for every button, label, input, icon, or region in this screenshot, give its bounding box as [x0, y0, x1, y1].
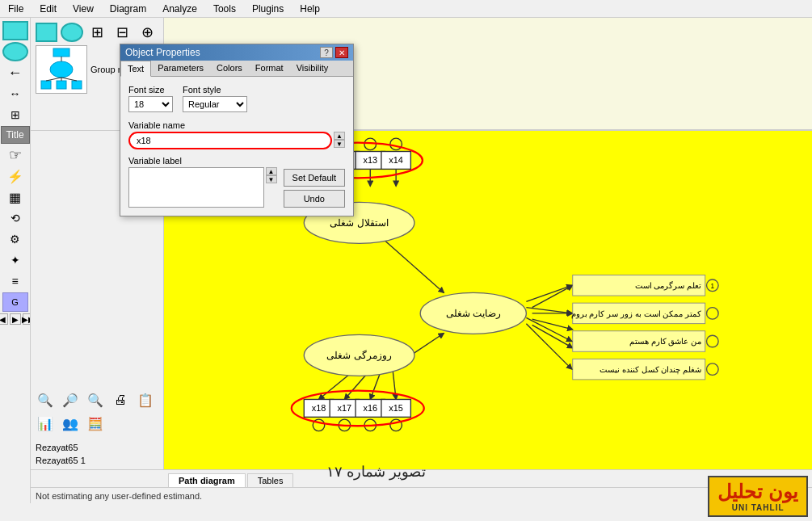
svg-text:شغلم چندان کسل کننده نیست: شغلم چندان کسل کننده نیست — [600, 365, 701, 375]
dialog-tab-text[interactable]: Text — [120, 61, 151, 77]
menu-tools[interactable]: Tools — [210, 2, 239, 16]
dialog-tab-visibility[interactable]: Visibility — [290, 61, 335, 76]
svg-text:x14: x14 — [389, 155, 403, 165]
font-style-select[interactable]: Regular Bold Italic — [183, 96, 247, 112]
svg-rect-0 — [53, 48, 69, 57]
object-properties-dialog: Object Properties ? ✕ Text Parameters Co… — [120, 44, 354, 216]
logo: یون تحلیل UNI TAHLIL — [708, 476, 808, 517]
variable-label-input[interactable] — [128, 167, 264, 208]
variable-name-group: Variable name ▲ ▼ — [128, 120, 345, 149]
font-size-label: Font size — [128, 85, 173, 95]
tool-calc-btn[interactable]: 🧮 — [84, 413, 107, 434]
toolbar-arrow-btn[interactable]: ← — [2, 63, 28, 82]
toolbar-settings-btn[interactable]: ⚙ — [2, 229, 28, 249]
toolbar-double-arrow-btn[interactable]: ↔ — [2, 84, 28, 103]
set-default-btn[interactable]: Set Default — [284, 169, 345, 187]
dialog-close-btn[interactable]: ✕ — [335, 47, 348, 58]
tool-zoom-out-btn[interactable]: 🔍 — [84, 389, 107, 410]
dialog-tab-format[interactable]: Format — [249, 61, 290, 76]
draw-ellipse-btn[interactable] — [61, 23, 82, 42]
dialog-titlebar-btns: ? ✕ — [320, 47, 348, 58]
logo-sub-text: UNI TAHLIL — [732, 503, 785, 512]
svg-text:استقلال شغلی: استقلال شغلی — [330, 217, 388, 229]
menu-edit[interactable]: Edit — [36, 2, 60, 16]
svg-point-64 — [707, 335, 719, 347]
toolbar-graph-btn[interactable]: G — [2, 292, 28, 312]
dialog-tabs: Text Parameters Colors Format Visibility — [120, 61, 353, 77]
svg-text:x15: x15 — [389, 403, 403, 413]
variable-label-scroll-up[interactable]: ▲ — [266, 167, 277, 175]
menu-analyze[interactable]: Analyze — [159, 2, 200, 16]
title-btn[interactable]: Title — [1, 126, 30, 144]
toolbar-plug-btn[interactable]: ⚡ — [2, 166, 28, 186]
tool-stats-btn[interactable]: 📊 — [34, 413, 57, 434]
variable-name-input[interactable] — [128, 132, 332, 149]
logo-main-text: یون تحلیل — [717, 481, 798, 503]
toolbar-ellipse-btn[interactable] — [2, 42, 28, 61]
list-item-1[interactable]: Rezayat65 — [34, 442, 160, 453]
font-style-group: Font style Regular Bold Italic — [183, 85, 247, 112]
dialog-titlebar: Object Properties ? ✕ — [120, 44, 353, 61]
svg-line-70 — [526, 317, 571, 341]
tool-zoom-in-btn[interactable]: 🔎 — [59, 389, 82, 410]
svg-line-71 — [526, 324, 571, 369]
toolbar-star-btn[interactable]: ✦ — [2, 250, 28, 270]
tool-print-btn[interactable]: 🖨 — [109, 389, 132, 410]
svg-text:روزمرگی شغلی: روزمرگی شغلی — [326, 350, 391, 361]
toolbar-play-btn[interactable]: ▶ — [10, 313, 21, 325]
toolbar-next-btn[interactable]: ▶▶ — [23, 313, 32, 325]
menu-plugins[interactable]: Plugins — [249, 2, 287, 16]
tool-network-icon[interactable]: ⊞ — [86, 23, 108, 42]
status-bar: Not estimating any user-defined estimand… — [31, 487, 812, 503]
font-size-select[interactable]: 18 12 14 16 20 — [128, 96, 173, 112]
tool-copy-btn[interactable]: 📋 — [134, 389, 157, 410]
svg-point-1 — [50, 61, 73, 78]
dialog-tab-colors[interactable]: Colors — [210, 61, 249, 76]
toolbar-grid-btn[interactable]: ▦ — [2, 187, 28, 207]
dialog-title: Object Properties — [125, 47, 200, 58]
svg-line-13 — [381, 237, 444, 292]
menu-diagram[interactable]: Diagram — [107, 2, 149, 16]
toolbar-covariance-btn[interactable]: ⟲ — [2, 208, 28, 228]
svg-point-25 — [364, 138, 377, 150]
toolbar-hand-btn[interactable]: ☞ — [2, 145, 28, 165]
variable-name-scroll-down[interactable]: ▼ — [334, 140, 345, 148]
dialog-action-btns: Set Default Undo — [284, 169, 345, 208]
variable-label-label: Variable label — [128, 156, 277, 166]
svg-text:تعلم سرگرمی است: تعلم سرگرمی است — [635, 281, 702, 291]
variable-label-scroll-down[interactable]: ▼ — [266, 175, 277, 183]
list-item-2[interactable]: Rezayat65 1 — [34, 455, 160, 466]
dialog-body: Font size 18 12 14 16 20 Font style — [120, 77, 353, 216]
svg-line-6 — [46, 78, 61, 81]
undo-btn[interactable]: Undo — [284, 190, 345, 208]
tool-search-btn[interactable]: 🔍 — [34, 389, 57, 410]
toolbar-list-btn[interactable]: ≡ — [2, 271, 28, 291]
tab-tables[interactable]: Tables — [247, 473, 294, 487]
tool-latent-icon[interactable]: ⊟ — [111, 23, 133, 42]
tool-layout-icon[interactable]: ⊕ — [137, 23, 158, 42]
toolbar-prev-btn[interactable]: ◀ — [0, 313, 8, 325]
svg-point-61 — [707, 308, 719, 320]
dialog-tab-parameters[interactable]: Parameters — [151, 61, 210, 76]
tool-person-btn[interactable]: 👥 — [59, 413, 82, 434]
variable-name-scroll-up[interactable]: ▲ — [334, 132, 345, 140]
svg-rect-2 — [41, 81, 51, 89]
menu-file[interactable]: File — [5, 2, 27, 16]
svg-line-14 — [532, 285, 573, 307]
dialog-help-btn[interactable]: ? — [320, 47, 333, 58]
svg-rect-3 — [57, 81, 66, 89]
menu-help[interactable]: Help — [297, 2, 323, 16]
svg-text:رضایت شغلی: رضایت شغلی — [446, 308, 501, 319]
variable-name-label: Variable name — [128, 120, 345, 130]
tab-path-diagram[interactable]: Path diagram — [168, 473, 246, 487]
diagram-preview — [36, 45, 87, 94]
svg-text:کمتر ممکن است به زور سر کارم ب: کمتر ممکن است به زور سر کارم بروم — [571, 309, 701, 319]
toolbar-network-btn[interactable]: ⊞ — [2, 105, 28, 124]
toolbar-rect-btn[interactable] — [2, 21, 28, 40]
svg-text:x13: x13 — [363, 155, 377, 165]
svg-line-68 — [526, 285, 571, 301]
caption-text: تصویر شماره ۱۷ — [326, 464, 426, 480]
menu-view[interactable]: View — [69, 2, 97, 16]
draw-rect-btn[interactable] — [36, 23, 57, 42]
svg-text:1: 1 — [711, 283, 715, 290]
